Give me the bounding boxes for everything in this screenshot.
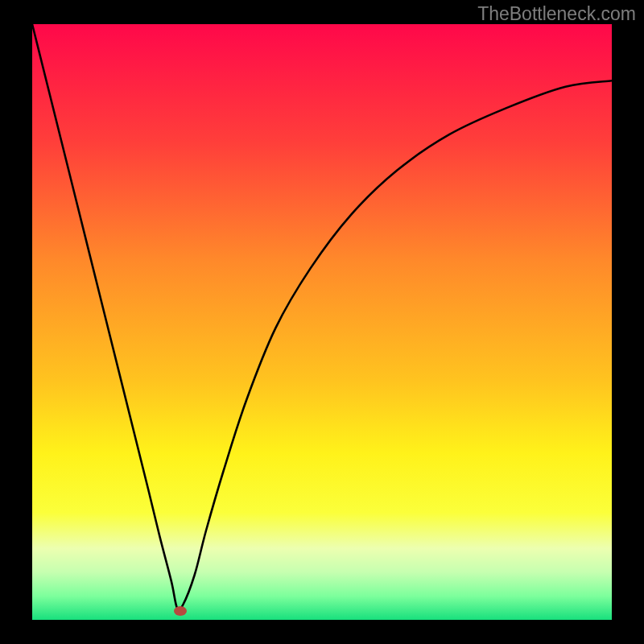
chart-frame: TheBottleneck.com [0,0,644,644]
watermark-text: TheBottleneck.com [477,3,636,25]
minimum-marker [174,606,187,616]
plot-area [32,24,612,620]
bottleneck-curve [32,24,612,620]
